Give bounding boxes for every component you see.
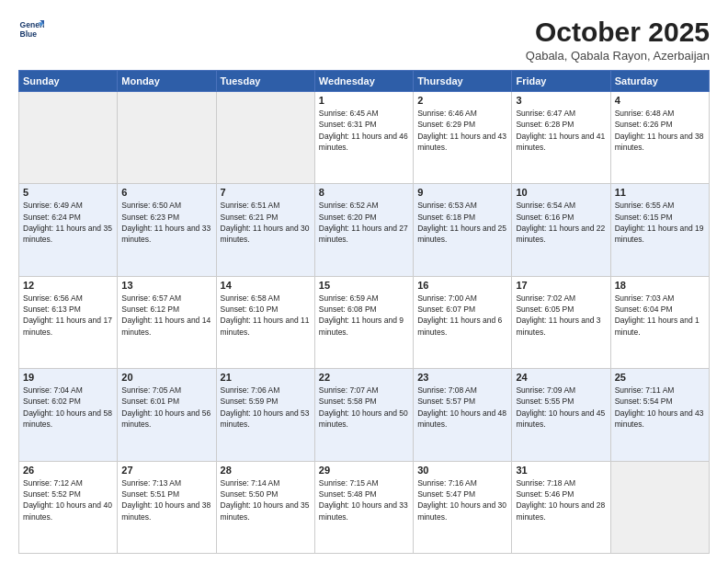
day-cell: 20Sunrise: 7:05 AMSunset: 6:01 PMDayligh…: [118, 369, 216, 461]
week-row-1: 1Sunrise: 6:45 AMSunset: 6:31 PMDaylight…: [19, 92, 710, 184]
day-cell: 7Sunrise: 6:51 AMSunset: 6:21 PMDaylight…: [216, 184, 314, 276]
day-info: Sunrise: 6:45 AMSunset: 6:31 PMDaylight:…: [319, 108, 409, 153]
weekday-header-saturday: Saturday: [610, 71, 709, 92]
week-row-2: 5Sunrise: 6:49 AMSunset: 6:24 PMDaylight…: [19, 184, 710, 276]
day-info: Sunrise: 6:57 AMSunset: 6:12 PMDaylight:…: [121, 293, 211, 338]
day-number: 20: [121, 372, 211, 383]
day-cell: 26Sunrise: 7:12 AMSunset: 5:52 PMDayligh…: [19, 461, 118, 553]
day-cell: 21Sunrise: 7:06 AMSunset: 5:59 PMDayligh…: [216, 369, 314, 461]
day-info: Sunrise: 6:50 AMSunset: 6:23 PMDaylight:…: [121, 200, 211, 245]
header: General Blue General Blue October 2025 Q…: [18, 17, 710, 63]
day-cell: 16Sunrise: 7:00 AMSunset: 6:07 PMDayligh…: [414, 276, 512, 368]
day-info: Sunrise: 6:46 AMSunset: 6:29 PMDaylight:…: [417, 108, 507, 153]
day-cell: 8Sunrise: 6:52 AMSunset: 6:20 PMDaylight…: [314, 184, 413, 276]
day-cell: 10Sunrise: 6:54 AMSunset: 6:16 PMDayligh…: [512, 184, 610, 276]
calendar-table: SundayMondayTuesdayWednesdayThursdayFrid…: [18, 70, 710, 554]
weekday-header-sunday: Sunday: [19, 71, 118, 92]
day-number: 6: [121, 187, 211, 198]
day-cell: 5Sunrise: 6:49 AMSunset: 6:24 PMDaylight…: [19, 184, 118, 276]
day-number: 31: [516, 465, 606, 476]
location: Qabala, Qabala Rayon, Azerbaijan: [526, 49, 710, 63]
week-row-5: 26Sunrise: 7:12 AMSunset: 5:52 PMDayligh…: [19, 461, 710, 553]
day-number: 17: [516, 280, 606, 291]
day-cell: 11Sunrise: 6:55 AMSunset: 6:15 PMDayligh…: [610, 184, 709, 276]
day-cell: 1Sunrise: 6:45 AMSunset: 6:31 PMDaylight…: [314, 92, 413, 184]
day-cell: 3Sunrise: 6:47 AMSunset: 6:28 PMDaylight…: [512, 92, 610, 184]
day-number: 9: [417, 187, 507, 198]
svg-text:Blue: Blue: [20, 29, 38, 39]
page: General Blue General Blue October 2025 Q…: [0, 0, 728, 563]
day-number: 15: [319, 280, 409, 291]
day-info: Sunrise: 7:08 AMSunset: 5:57 PMDaylight:…: [417, 385, 507, 430]
day-number: 8: [319, 187, 409, 198]
day-info: Sunrise: 6:51 AMSunset: 6:21 PMDaylight:…: [221, 200, 311, 245]
day-info: Sunrise: 6:58 AMSunset: 6:10 PMDaylight:…: [221, 293, 311, 338]
day-number: 7: [221, 187, 311, 198]
day-cell: 24Sunrise: 7:09 AMSunset: 5:55 PMDayligh…: [512, 369, 610, 461]
day-info: Sunrise: 6:48 AMSunset: 6:26 PMDaylight:…: [615, 108, 705, 153]
day-cell: 6Sunrise: 6:50 AMSunset: 6:23 PMDaylight…: [118, 184, 216, 276]
day-cell: 28Sunrise: 7:14 AMSunset: 5:50 PMDayligh…: [216, 461, 314, 553]
day-cell: [610, 461, 709, 553]
month-title: October 2025: [526, 17, 710, 47]
day-number: 22: [319, 372, 409, 383]
weekday-header-tuesday: Tuesday: [216, 71, 314, 92]
day-info: Sunrise: 7:11 AMSunset: 5:54 PMDaylight:…: [615, 385, 705, 430]
day-cell: 29Sunrise: 7:15 AMSunset: 5:48 PMDayligh…: [314, 461, 413, 553]
day-number: 2: [417, 95, 507, 106]
day-info: Sunrise: 7:07 AMSunset: 5:58 PMDaylight:…: [319, 385, 409, 430]
day-cell: 27Sunrise: 7:13 AMSunset: 5:51 PMDayligh…: [118, 461, 216, 553]
day-cell: 19Sunrise: 7:04 AMSunset: 6:02 PMDayligh…: [19, 369, 118, 461]
day-number: 3: [516, 95, 606, 106]
day-info: Sunrise: 7:09 AMSunset: 5:55 PMDaylight:…: [516, 385, 606, 430]
day-number: 10: [516, 187, 606, 198]
day-cell: 13Sunrise: 6:57 AMSunset: 6:12 PMDayligh…: [118, 276, 216, 368]
day-cell: 23Sunrise: 7:08 AMSunset: 5:57 PMDayligh…: [414, 369, 512, 461]
day-cell: 31Sunrise: 7:18 AMSunset: 5:46 PMDayligh…: [512, 461, 610, 553]
day-number: 14: [221, 280, 311, 291]
logo-icon: General Blue: [18, 17, 44, 42]
weekday-header-row: SundayMondayTuesdayWednesdayThursdayFrid…: [19, 71, 710, 92]
day-info: Sunrise: 6:56 AMSunset: 6:13 PMDaylight:…: [23, 293, 113, 338]
day-info: Sunrise: 7:04 AMSunset: 6:02 PMDaylight:…: [23, 385, 113, 430]
day-number: 26: [23, 465, 113, 476]
day-number: 16: [417, 280, 507, 291]
day-number: 23: [417, 372, 507, 383]
day-number: 18: [615, 280, 705, 291]
day-cell: 25Sunrise: 7:11 AMSunset: 5:54 PMDayligh…: [610, 369, 709, 461]
day-info: Sunrise: 7:03 AMSunset: 6:04 PMDaylight:…: [615, 293, 705, 338]
week-row-3: 12Sunrise: 6:56 AMSunset: 6:13 PMDayligh…: [19, 276, 710, 368]
day-number: 11: [615, 187, 705, 198]
day-cell: 22Sunrise: 7:07 AMSunset: 5:58 PMDayligh…: [314, 369, 413, 461]
day-cell: 12Sunrise: 6:56 AMSunset: 6:13 PMDayligh…: [19, 276, 118, 368]
day-cell: 9Sunrise: 6:53 AMSunset: 6:18 PMDaylight…: [414, 184, 512, 276]
day-info: Sunrise: 7:00 AMSunset: 6:07 PMDaylight:…: [417, 293, 507, 338]
day-cell: 2Sunrise: 6:46 AMSunset: 6:29 PMDaylight…: [414, 92, 512, 184]
weekday-header-wednesday: Wednesday: [314, 71, 413, 92]
title-block: October 2025 Qabala, Qabala Rayon, Azerb…: [526, 17, 710, 63]
day-number: 25: [615, 372, 705, 383]
day-number: 4: [615, 95, 705, 106]
day-number: 13: [121, 280, 211, 291]
day-number: 21: [221, 372, 311, 383]
day-number: 1: [319, 95, 409, 106]
day-info: Sunrise: 7:05 AMSunset: 6:01 PMDaylight:…: [121, 385, 211, 430]
day-info: Sunrise: 7:06 AMSunset: 5:59 PMDaylight:…: [221, 385, 311, 430]
day-info: Sunrise: 7:15 AMSunset: 5:48 PMDaylight:…: [319, 477, 409, 523]
weekday-header-friday: Friday: [512, 71, 610, 92]
day-info: Sunrise: 7:14 AMSunset: 5:50 PMDaylight:…: [221, 477, 311, 523]
day-cell: 15Sunrise: 6:59 AMSunset: 6:08 PMDayligh…: [314, 276, 413, 368]
day-info: Sunrise: 7:02 AMSunset: 6:05 PMDaylight:…: [516, 293, 606, 338]
day-info: Sunrise: 6:53 AMSunset: 6:18 PMDaylight:…: [417, 200, 507, 245]
week-row-4: 19Sunrise: 7:04 AMSunset: 6:02 PMDayligh…: [19, 369, 710, 461]
day-number: 29: [319, 465, 409, 476]
day-cell: [19, 92, 118, 184]
day-number: 19: [23, 372, 113, 383]
weekday-header-monday: Monday: [118, 71, 216, 92]
day-info: Sunrise: 6:54 AMSunset: 6:16 PMDaylight:…: [516, 200, 606, 245]
day-number: 28: [221, 465, 311, 476]
day-cell: 14Sunrise: 6:58 AMSunset: 6:10 PMDayligh…: [216, 276, 314, 368]
day-cell: 4Sunrise: 6:48 AMSunset: 6:26 PMDaylight…: [610, 92, 709, 184]
day-info: Sunrise: 7:16 AMSunset: 5:47 PMDaylight:…: [417, 477, 507, 523]
day-cell: [118, 92, 216, 184]
